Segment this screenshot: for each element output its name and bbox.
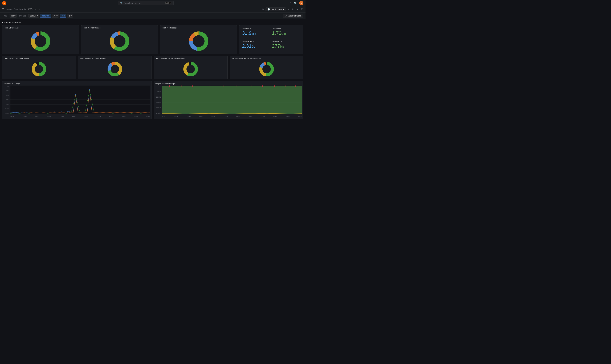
disk-writes-label: Disk writes bbox=[272, 27, 281, 29]
time-range-label: Last 6 hours bbox=[271, 8, 282, 11]
mem-x-1430: 14:30 bbox=[236, 116, 240, 117]
collapse-button[interactable]: ⊼ bbox=[300, 8, 304, 11]
mem-x-1230: 12:30 bbox=[187, 116, 191, 117]
network-rx-title: Network RX ℹ bbox=[242, 40, 271, 42]
disk-writes-info-icon: ℹ bbox=[282, 28, 283, 29]
cpu-x-1330: 13:30 bbox=[60, 116, 64, 117]
star-icon[interactable]: ☆ bbox=[35, 8, 37, 11]
breadcrumb-home[interactable]: Home bbox=[6, 8, 12, 11]
network-tx-title: Network TX ℹ bbox=[272, 40, 300, 42]
section-title: Project overview bbox=[4, 21, 21, 24]
filter-instance-chevron-icon: ▾ bbox=[56, 14, 57, 17]
memory-donut-chart bbox=[109, 31, 130, 52]
disk-reads-info-icon: ℹ bbox=[252, 28, 252, 29]
net-rx-packets-chart bbox=[259, 61, 274, 77]
mem-x-axis: 11:30 12:00 12:30 13:00 13:30 14:00 14:3… bbox=[162, 115, 302, 117]
filter-top-select[interactable]: 5 ▾ bbox=[67, 14, 73, 18]
cpu-y-20: 20% bbox=[6, 90, 9, 92]
grafana-logo[interactable]: 🔥 bbox=[2, 1, 6, 5]
section-header[interactable]: ▾ Project overview bbox=[2, 21, 304, 25]
disk-reads-stat: Disk reads ℹ 31.9MiB bbox=[242, 27, 271, 39]
memory-panel-title: Top 5 memory usage bbox=[83, 27, 157, 29]
disk-writes-unit: GiB bbox=[281, 32, 286, 35]
net-tx-traffic-title: Top 5 network TX traffic usage bbox=[4, 57, 74, 59]
avatar[interactable]: U bbox=[299, 1, 304, 5]
rootfs-donut-chart bbox=[188, 31, 209, 52]
main-content: ▾ Project overview Top 5 CPU usage bbox=[0, 19, 306, 121]
breadcrumb-sep2: › bbox=[27, 8, 27, 11]
time-range-button[interactable]: 🕐 Last 6 hours ▾ bbox=[266, 7, 286, 11]
network-rx-value: 2.31Gb bbox=[242, 43, 271, 49]
cpu-y-40: 40% bbox=[6, 94, 9, 96]
top-bar-left: 🔥 bbox=[2, 1, 6, 5]
rootfs-panel-title: Top 5 rootfs usage bbox=[162, 27, 236, 29]
doc-label: Documentation bbox=[287, 14, 302, 17]
net-rx-traffic-title: Top 5 network RX traffic usage bbox=[80, 57, 150, 59]
disk-writes-stat: Disk writes ℹ 1.72GiB bbox=[272, 27, 300, 39]
memory-area-chart bbox=[162, 85, 302, 114]
breadcrumb-sep1: › bbox=[12, 8, 13, 11]
net-tx-packets-donut bbox=[155, 60, 226, 78]
mem-x-1400: 14:00 bbox=[224, 116, 228, 117]
mem-y-axis: 40 GiB 32 GiB 24 GiB 16 GiB 8 GiB 0 B bbox=[155, 85, 162, 114]
top-bar-right: + ? 📡 U bbox=[285, 1, 304, 5]
filter-top-chevron-icon: ▾ bbox=[71, 14, 72, 17]
network-rx-unit: Gb bbox=[252, 45, 255, 48]
rss-icon[interactable]: 📡 bbox=[294, 2, 296, 4]
cpu-chart-area: 120% 100% 80% 60% 40% 20% 0% bbox=[4, 85, 150, 117]
memory-chart-title: Project Memory Usage ℹ bbox=[155, 83, 302, 85]
help-icon[interactable]: ? bbox=[290, 2, 291, 4]
net-tx-packets-panel: Top 5 network TX packets/s usage bbox=[154, 56, 228, 79]
mem-y-24: 24 GiB bbox=[156, 102, 161, 103]
mem-x-1630: 16:30 bbox=[286, 116, 290, 117]
refresh-chevron-icon[interactable]: ▾ bbox=[296, 8, 299, 11]
search-icon: 🔍 bbox=[120, 2, 123, 4]
memory-chart-area: 40 GiB 32 GiB 24 GiB 16 GiB 8 GiB 0 B bbox=[155, 85, 302, 117]
gear-icon[interactable]: ⚙ bbox=[262, 8, 264, 11]
cpu-donut-container bbox=[4, 30, 78, 52]
share-icon[interactable]: ↗ bbox=[38, 8, 40, 11]
search-bar[interactable]: 🔍 Search or jump to... ctrl+k bbox=[118, 1, 173, 5]
filter-instance-tag[interactable]: Instance bbox=[40, 14, 51, 18]
cpu-x-1430: 14:30 bbox=[84, 116, 88, 117]
refresh-button[interactable]: ↻ bbox=[292, 8, 295, 11]
net-tx-traffic-panel: Top 5 network TX traffic usage bbox=[2, 56, 76, 79]
rootfs-usage-panel: Top 5 rootfs usage bbox=[160, 25, 237, 54]
filter-instance-value: All bbox=[53, 14, 56, 17]
net-tx-traffic-chart bbox=[31, 61, 47, 77]
filter-bar: Job lxd ▾ Project default ▾ Instance All… bbox=[0, 13, 306, 19]
disk-reads-unit: MiB bbox=[252, 32, 256, 35]
net-tx-traffic-donut bbox=[4, 60, 74, 78]
cpu-x-1130: 11:30 bbox=[10, 116, 14, 117]
svg-rect-49 bbox=[181, 85, 181, 87]
filter-job-select[interactable]: lxd ▾ bbox=[10, 14, 16, 18]
svg-rect-54 bbox=[251, 85, 251, 87]
cpu-x-1200: 12:00 bbox=[23, 116, 27, 117]
search-placeholder: Search or jump to... bbox=[124, 2, 142, 4]
filter-top-tag[interactable]: Top bbox=[60, 14, 66, 18]
nav-icons: ☆ ↗ bbox=[35, 8, 40, 11]
network-tx-label: Network TX bbox=[272, 40, 282, 42]
documentation-button[interactable]: ↗ Documentation bbox=[283, 14, 304, 18]
breadcrumb-dashboards[interactable]: Dashboards bbox=[14, 8, 26, 11]
cpu-y-60: 60% bbox=[6, 99, 9, 101]
cpu-x-axis: 11:30 12:00 12:30 13:00 13:30 14:00 14:3… bbox=[10, 115, 150, 117]
filter-instance-select[interactable]: All ▾ bbox=[52, 14, 59, 18]
cpu-x-1300: 13:00 bbox=[47, 116, 51, 117]
network-tx-unit: Mb bbox=[280, 45, 284, 48]
filter-job-value: lxd bbox=[11, 14, 14, 17]
row2: Top 5 network TX traffic usage Top 5 net… bbox=[2, 56, 304, 79]
svg-rect-55 bbox=[262, 85, 263, 87]
cpu-x-1230: 12:30 bbox=[35, 116, 39, 117]
network-tx-value: 277Mb bbox=[272, 43, 300, 49]
plus-icon[interactable]: + bbox=[285, 1, 287, 5]
filter-project-select[interactable]: default ▾ bbox=[28, 14, 39, 18]
filter-job-chevron-icon: ▾ bbox=[14, 14, 15, 17]
hamburger-icon[interactable]: ☰ bbox=[2, 8, 4, 11]
cpu-y-0: 0% bbox=[7, 85, 9, 87]
breadcrumb-current: LXD bbox=[28, 8, 32, 11]
cpu-x-1630: 16:30 bbox=[134, 116, 138, 117]
mem-y-8: 8 GiB bbox=[157, 91, 161, 92]
network-rx-stat: Network RX ℹ 2.31Gb bbox=[242, 40, 271, 52]
zoom-out-button[interactable]: − bbox=[287, 8, 290, 11]
